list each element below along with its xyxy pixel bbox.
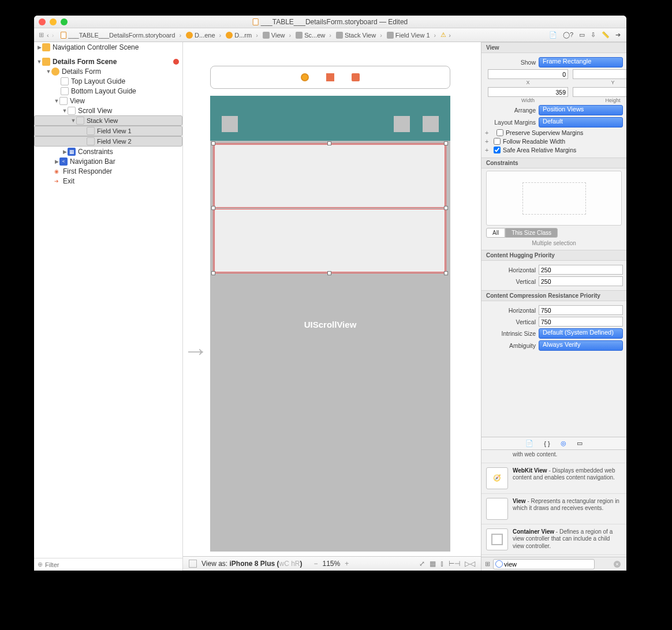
library-search-input[interactable] <box>493 559 595 569</box>
section-header: Content Compression Resistance Priority <box>481 290 626 301</box>
preserve-checkbox[interactable]: Preserve Superview Margins <box>496 129 583 136</box>
outline-item[interactable]: View <box>70 97 85 105</box>
navbar-icon: < <box>59 158 68 166</box>
constraints-diagram[interactable] <box>486 171 622 226</box>
stack-view-selection[interactable] <box>213 143 446 273</box>
resolve-icon[interactable]: ▷◁ <box>465 560 475 568</box>
warning-icon[interactable]: ⚠︎ <box>440 31 446 39</box>
seg-all[interactable]: All <box>486 228 505 238</box>
show-select[interactable]: Frame Rectangle <box>539 57 623 68</box>
view-as-label[interactable]: View as: iPhone 8 Plus (wC hR) <box>201 560 303 568</box>
outline-toggle-icon[interactable] <box>189 560 197 568</box>
height-field[interactable] <box>573 87 626 97</box>
ccr-h-field[interactable] <box>539 305 623 315</box>
margins-select[interactable]: Default <box>539 117 623 127</box>
outline-item[interactable]: Stack View <box>87 117 118 124</box>
hug-h-field[interactable] <box>539 265 623 275</box>
align-icon[interactable]: ⫿ <box>440 560 444 568</box>
intrinsic-select[interactable]: Default (System Defined) <box>539 328 623 339</box>
add-variation-icon[interactable]: + <box>485 147 491 153</box>
view-icon <box>263 32 270 39</box>
minimize-icon[interactable] <box>50 18 57 25</box>
library-item[interactable]: View - Represents a rectangular region i… <box>481 494 626 524</box>
search-icon <box>495 560 503 568</box>
zoom-icon[interactable] <box>61 18 68 25</box>
outline-item[interactable]: Exit <box>63 177 74 185</box>
outline-item[interactable]: Constraints <box>78 148 113 156</box>
library-item[interactable]: 🧭WebKit View - Displays embedded web con… <box>481 463 626 494</box>
size-inspector-icon[interactable]: 📏 <box>602 31 610 39</box>
media-library-icon[interactable]: ▭ <box>577 440 583 447</box>
outline-item[interactable]: Bottom Layout Guide <box>71 87 136 95</box>
outline-item[interactable]: Field View 1 <box>97 127 132 134</box>
x-field[interactable] <box>488 69 568 79</box>
add-variation-icon[interactable]: + <box>485 129 491 136</box>
hug-v-field[interactable] <box>539 276 623 286</box>
titlebar: ___TABLE___DetailsForm.storyboard — Edit… <box>34 16 626 28</box>
view-icon <box>87 127 95 135</box>
ccr-v-field[interactable] <box>539 317 623 327</box>
ambiguity-select[interactable]: Always Verify <box>539 340 623 351</box>
document-outline[interactable]: ▶Navigation Controller Scene ▼Details Fo… <box>34 42 183 571</box>
window-title: ___TABLE___DetailsForm.storyboard — Edit… <box>261 18 408 26</box>
y-field[interactable] <box>573 69 626 79</box>
layout-guide-icon <box>61 77 69 85</box>
outline-item[interactable]: Field View 2 <box>97 138 132 145</box>
vc-icon[interactable] <box>301 73 309 81</box>
grid-icon[interactable]: ⊞ <box>485 560 490 568</box>
inspector: View ShowFrame Rectangle X Y Width Heigh… <box>481 42 626 571</box>
library-item[interactable]: with web content. <box>481 450 626 463</box>
seg-this-size[interactable]: This Size Class <box>505 228 558 238</box>
stop-icon[interactable] <box>173 59 179 65</box>
update-frames-icon[interactable]: ⤢ <box>419 560 425 568</box>
back-icon[interactable]: ‹ <box>47 32 49 39</box>
scene-dock[interactable] <box>210 66 450 89</box>
arrange-select[interactable]: Position Views <box>539 105 623 115</box>
help-inspector-icon[interactable]: ◯? <box>563 31 573 39</box>
canvas[interactable]: → UIScrollView <box>183 42 481 571</box>
next-issue-icon[interactable]: › <box>449 32 454 39</box>
view-icon <box>59 97 68 105</box>
file-template-icon[interactable]: 📄 <box>525 440 533 447</box>
identity-inspector-icon[interactable]: ▭ <box>579 31 585 39</box>
connections-inspector-icon[interactable]: ➔ <box>615 31 621 39</box>
file-inspector-icon[interactable]: 📄 <box>549 31 557 39</box>
doc-icon <box>253 18 259 25</box>
filter-bar: ⊕ <box>34 558 182 571</box>
outline-item[interactable]: Details Form <box>62 68 101 76</box>
multi-selection-label: Multiple selection <box>481 240 626 246</box>
outline-item[interactable]: Scroll View <box>78 107 112 115</box>
readable-checkbox[interactable]: Follow Readable Width <box>494 138 565 145</box>
forward-icon[interactable]: › <box>52 32 54 39</box>
related-items-icon[interactable]: ⊞ <box>39 31 44 39</box>
img-placeholder-icon <box>222 116 238 132</box>
add-variation-icon[interactable]: + <box>485 138 491 145</box>
first-responder-icon[interactable] <box>326 73 334 81</box>
pin-icon[interactable]: ⊢⊣ <box>449 560 460 568</box>
outline-item[interactable]: First Responder <box>63 167 112 175</box>
library-item[interactable]: Container View - Defines a region of a v… <box>481 524 626 555</box>
outline-item[interactable]: Navigation Bar <box>70 158 115 166</box>
code-snippet-icon[interactable]: { } <box>544 440 550 447</box>
zoom-level[interactable]: 115% <box>323 560 341 568</box>
exit-icon[interactable] <box>352 73 360 81</box>
scene-icon <box>186 32 193 39</box>
embed-in-icon[interactable]: ▦ <box>430 560 436 568</box>
width-field[interactable] <box>488 87 568 97</box>
layout-guide-icon <box>61 87 69 95</box>
object-library-icon[interactable]: ◎ <box>561 440 566 447</box>
close-icon[interactable] <box>39 18 46 25</box>
outline-item[interactable]: Top Layout Guide <box>71 77 125 85</box>
filter-input[interactable] <box>45 561 179 568</box>
safearea-checkbox[interactable]: Safe Area Relative Margins <box>494 147 576 153</box>
zoom-out-icon[interactable]: − <box>314 560 318 568</box>
view-icon <box>336 32 343 39</box>
header-view[interactable] <box>210 96 450 141</box>
clear-icon[interactable]: × <box>614 561 621 568</box>
outline-item[interactable]: Navigation Controller Scene <box>53 43 139 51</box>
xcode-window: ___TABLE___DetailsForm.storyboard — Edit… <box>34 16 626 571</box>
jump-bar[interactable]: ___TABLE___DetailsForm.storyboard D...en… <box>58 31 543 39</box>
outline-item[interactable]: Details Form Scene <box>53 58 117 66</box>
attributes-inspector-icon[interactable]: ⇩ <box>591 31 596 39</box>
zoom-in-icon[interactable]: + <box>345 560 349 568</box>
